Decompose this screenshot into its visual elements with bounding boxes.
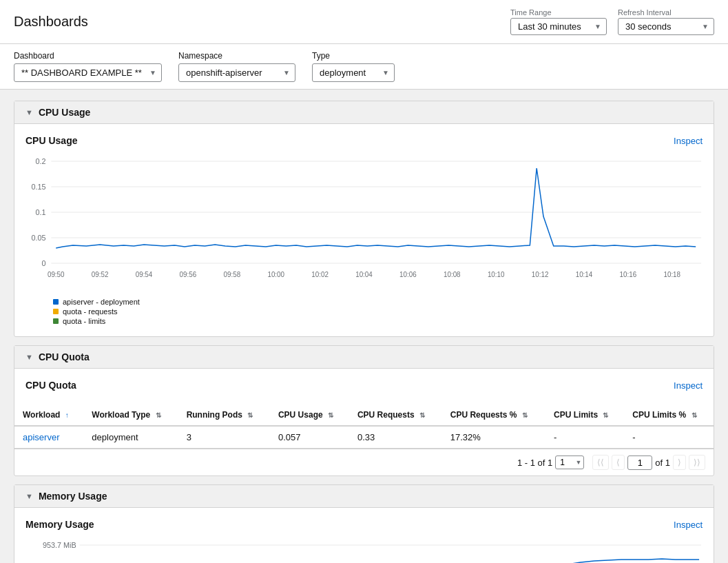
sort-workload-icon: ↑ — [65, 411, 69, 419]
cell-cpu-limits-pct: - — [624, 426, 714, 449]
cpu-quota-inspect-link[interactable]: Inspect — [674, 380, 703, 391]
cpu-usage-panel-title: CPU Usage — [25, 135, 77, 146]
per-page-wrapper: 1 5 10 20 ▼ — [555, 455, 584, 469]
cell-cpu-usage: 0.057 — [270, 426, 349, 449]
cell-workload: apiserver — [14, 426, 83, 449]
sort-cpu-requests-icon: ⇅ — [419, 411, 425, 419]
page-of-label: of 1 — [655, 458, 670, 468]
sort-cpu-usage-icon: ⇅ — [328, 411, 333, 419]
cpu-usage-panel-header: CPU Usage Inspect — [25, 135, 703, 146]
cpu-usage-legend: apiserver - deployment quota - requests … — [25, 298, 703, 325]
header-controls: Time Range Last 5 minutes Last 15 minute… — [510, 8, 714, 35]
first-page-button[interactable]: ⟨⟨ — [592, 455, 609, 470]
per-page-select[interactable]: 1 5 10 20 — [555, 455, 584, 469]
cpu-quota-panel-header: CPU Quota Inspect — [25, 380, 703, 391]
col-cpu-usage-label: CPU Usage — [278, 410, 323, 420]
next-page-button[interactable]: ⟩ — [673, 455, 686, 470]
page-title: Dashboards — [14, 14, 88, 30]
svg-text:10:18: 10:18 — [663, 271, 680, 278]
svg-text:10:00: 10:00 — [267, 271, 284, 278]
cell-cpu-limits: - — [545, 426, 624, 449]
svg-text:09:54: 09:54 — [136, 271, 153, 278]
legend-label-apiserver: apiserver - deployment — [63, 298, 140, 306]
svg-text:10:06: 10:06 — [399, 271, 417, 278]
cpu-usage-toggle-icon: ▼ — [25, 108, 33, 116]
prev-page-button[interactable]: ⟨ — [612, 455, 625, 470]
memory-usage-section-title: Memory Usage — [39, 491, 107, 502]
workload-link[interactable]: apiserver — [23, 432, 59, 442]
last-page-button[interactable]: ⟩⟩ — [689, 455, 705, 470]
col-cpu-limits[interactable]: CPU Limits ⇅ — [545, 405, 624, 426]
memory-usage-toggle-icon: ▼ — [25, 492, 33, 500]
pagination-bar: 1 - 1 of 1 1 5 10 20 ▼ ⟨⟨ ⟨ of 1 ⟩ — [14, 449, 714, 475]
pagination-range: 1 - 1 of 1 — [517, 458, 552, 468]
svg-text:10:10: 10:10 — [488, 271, 505, 278]
cpu-quota-section: ▼ CPU Quota CPU Quota Inspect Workload ↑ — [14, 345, 714, 476]
memory-usage-panel-title: Memory Usage — [25, 519, 94, 530]
col-cpu-requests[interactable]: CPU Requests ⇅ — [349, 405, 442, 426]
refresh-interval-select[interactable]: Off 5 seconds 15 seconds 30 seconds 1 mi… — [618, 18, 714, 35]
sort-cpu-limits-pct-icon: ⇅ — [691, 411, 697, 419]
cpu-quota-section-header[interactable]: ▼ CPU Quota — [14, 346, 714, 369]
svg-text:10:08: 10:08 — [444, 271, 461, 278]
filters-bar: Dashboard ** DASHBOARD EXAMPLE ** ▼ Name… — [0, 44, 728, 90]
cpu-usage-chart: 0.2 0.15 0.1 0.05 0 09:50 09:52 09:54 09… — [25, 154, 703, 292]
cpu-usage-section-title: CPU Usage — [39, 107, 90, 118]
col-cpu-requests-label: CPU Requests — [357, 410, 415, 420]
time-range-label: Time Range — [510, 8, 552, 17]
cpu-quota-panel-header-wrapper: CPU Quota Inspect — [14, 369, 714, 405]
dashboard-select-wrapper: ** DASHBOARD EXAMPLE ** ▼ — [14, 63, 162, 82]
svg-text:0.15: 0.15 — [31, 183, 45, 191]
col-cpu-limits-label: CPU Limits — [554, 410, 598, 420]
cpu-quota-panel-title: CPU Quota — [25, 380, 76, 391]
cpu-usage-chart-container: 0.2 0.15 0.1 0.05 0 09:50 09:52 09:54 09… — [25, 154, 703, 292]
cpu-usage-inspect-link[interactable]: Inspect — [674, 136, 703, 146]
type-select[interactable]: deployment — [312, 63, 395, 82]
col-cpu-requests-pct[interactable]: CPU Requests % ⇅ — [442, 405, 545, 426]
col-cpu-limits-pct-label: CPU Limits % — [632, 410, 686, 420]
svg-text:0.2: 0.2 — [35, 157, 45, 165]
col-cpu-requests-pct-label: CPU Requests % — [450, 410, 517, 420]
cell-cpu-requests: 0.33 — [349, 426, 442, 449]
time-range-control: Time Range Last 5 minutes Last 15 minute… — [510, 8, 607, 35]
type-filter-group: Type deployment ▼ — [312, 51, 395, 82]
cpu-usage-section-body: CPU Usage Inspect 0.2 0.15 0.1 0.05 0 — [14, 124, 714, 336]
col-workload-type[interactable]: Workload Type ⇅ — [83, 405, 178, 426]
refresh-interval-select-wrapper: Off 5 seconds 15 seconds 30 seconds 1 mi… — [618, 18, 714, 35]
svg-text:09:58: 09:58 — [224, 271, 241, 278]
memory-usage-section-body: Memory Usage Inspect 953.7 MiB 762.9 MiB… — [14, 508, 714, 563]
memory-usage-inspect-link[interactable]: Inspect — [674, 520, 703, 530]
col-running-pods[interactable]: Running Pods ⇅ — [178, 405, 270, 426]
legend-label-quota-requests: quota - requests — [63, 307, 118, 316]
refresh-interval-control: Refresh Interval Off 5 seconds 15 second… — [618, 8, 714, 35]
type-filter-label: Type — [312, 51, 395, 61]
col-running-pods-label: Running Pods — [187, 410, 242, 420]
pagination-info: 1 - 1 of 1 1 5 10 20 ▼ — [517, 455, 584, 469]
dashboard-filter-group: Dashboard ** DASHBOARD EXAMPLE ** ▼ — [14, 51, 162, 82]
cell-running-pods: 3 — [178, 426, 270, 449]
page-header: Dashboards Time Range Last 5 minutes Las… — [0, 0, 728, 44]
svg-text:09:50: 09:50 — [48, 271, 65, 278]
sort-cpu-limits-icon: ⇅ — [603, 411, 608, 419]
table-header-row: Workload ↑ Workload Type ⇅ Running Pods … — [14, 405, 714, 426]
time-range-select[interactable]: Last 5 minutes Last 15 minutes Last 30 m… — [510, 18, 607, 35]
namespace-filter-label: Namespace — [178, 51, 295, 61]
col-cpu-limits-pct[interactable]: CPU Limits % ⇅ — [624, 405, 714, 426]
legend-label-quota-limits: quota - limits — [63, 317, 105, 325]
sort-running-pods-icon: ⇅ — [247, 411, 253, 419]
namespace-select[interactable]: openshift-apiserver — [178, 63, 295, 82]
col-cpu-usage[interactable]: CPU Usage ⇅ — [270, 405, 349, 426]
type-select-wrapper: deployment ▼ — [312, 63, 395, 82]
cell-workload-type: deployment — [83, 426, 178, 449]
main-content: ▼ CPU Usage CPU Usage Inspect 0.2 0.15 0… — [0, 90, 728, 563]
current-page-input[interactable] — [627, 455, 652, 470]
memory-usage-section-header[interactable]: ▼ Memory Usage — [14, 485, 714, 508]
legend-dot-quota-limits — [53, 318, 59, 324]
memory-usage-chart: 953.7 MiB 762.9 MiB 572.2 MiB 381.5 MiB — [25, 538, 703, 563]
time-range-select-wrapper: Last 5 minutes Last 15 minutes Last 30 m… — [510, 18, 607, 35]
memory-usage-chart-container: 953.7 MiB 762.9 MiB 572.2 MiB 381.5 MiB — [25, 538, 703, 563]
cpu-usage-section-header[interactable]: ▼ CPU Usage — [14, 101, 714, 124]
legend-item-quota-limits: quota - limits — [53, 317, 703, 325]
col-workload[interactable]: Workload ↑ — [14, 405, 83, 426]
dashboard-select[interactable]: ** DASHBOARD EXAMPLE ** — [14, 63, 162, 82]
